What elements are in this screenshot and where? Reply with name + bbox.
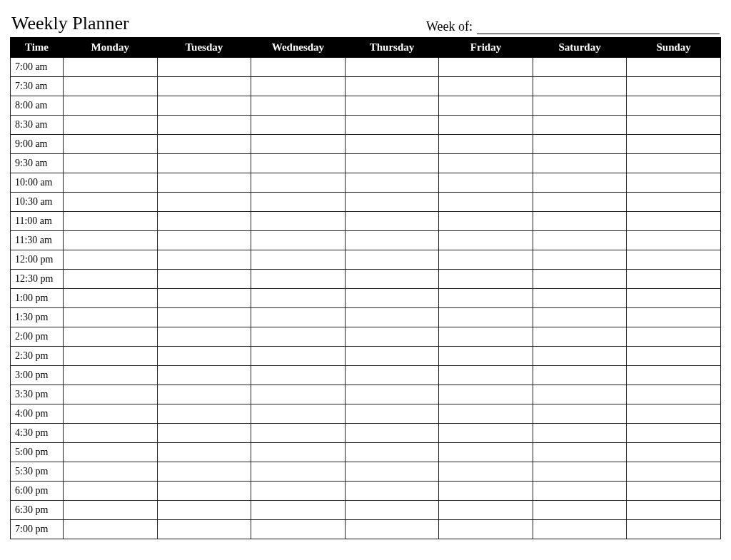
slot-cell[interactable] <box>64 385 158 404</box>
slot-cell[interactable] <box>251 424 346 443</box>
slot-cell[interactable] <box>251 58 346 77</box>
slot-cell[interactable] <box>157 193 251 212</box>
slot-cell[interactable] <box>627 231 721 250</box>
slot-cell[interactable] <box>251 308 346 327</box>
slot-cell[interactable] <box>345 443 439 462</box>
slot-cell[interactable] <box>64 77 158 96</box>
slot-cell[interactable] <box>345 116 439 135</box>
slot-cell[interactable] <box>64 482 158 501</box>
slot-cell[interactable] <box>439 366 533 385</box>
slot-cell[interactable] <box>533 385 627 404</box>
slot-cell[interactable] <box>345 77 439 96</box>
slot-cell[interactable] <box>157 443 251 462</box>
slot-cell[interactable] <box>627 404 721 424</box>
slot-cell[interactable] <box>533 212 627 231</box>
slot-cell[interactable] <box>157 501 251 520</box>
slot-cell[interactable] <box>439 520 533 539</box>
slot-cell[interactable] <box>533 289 627 308</box>
slot-cell[interactable] <box>251 173 346 193</box>
slot-cell[interactable] <box>64 308 158 327</box>
slot-cell[interactable] <box>533 231 627 250</box>
slot-cell[interactable] <box>533 443 627 462</box>
slot-cell[interactable] <box>251 404 346 424</box>
slot-cell[interactable] <box>439 58 533 77</box>
slot-cell[interactable] <box>345 231 439 250</box>
slot-cell[interactable] <box>533 482 627 501</box>
slot-cell[interactable] <box>157 250 251 270</box>
slot-cell[interactable] <box>157 77 251 96</box>
slot-cell[interactable] <box>533 366 627 385</box>
slot-cell[interactable] <box>627 116 721 135</box>
slot-cell[interactable] <box>533 308 627 327</box>
slot-cell[interactable] <box>345 347 439 366</box>
slot-cell[interactable] <box>251 347 346 366</box>
slot-cell[interactable] <box>64 443 158 462</box>
slot-cell[interactable] <box>345 385 439 404</box>
slot-cell[interactable] <box>533 173 627 193</box>
slot-cell[interactable] <box>439 193 533 212</box>
slot-cell[interactable] <box>345 270 439 289</box>
slot-cell[interactable] <box>251 212 346 231</box>
slot-cell[interactable] <box>64 462 158 482</box>
slot-cell[interactable] <box>345 482 439 501</box>
slot-cell[interactable] <box>251 462 346 482</box>
slot-cell[interactable] <box>627 77 721 96</box>
slot-cell[interactable] <box>627 135 721 154</box>
slot-cell[interactable] <box>251 77 346 96</box>
slot-cell[interactable] <box>439 116 533 135</box>
slot-cell[interactable] <box>64 58 158 77</box>
slot-cell[interactable] <box>251 520 346 539</box>
slot-cell[interactable] <box>64 501 158 520</box>
slot-cell[interactable] <box>64 404 158 424</box>
slot-cell[interactable] <box>157 231 251 250</box>
slot-cell[interactable] <box>251 366 346 385</box>
slot-cell[interactable] <box>64 424 158 443</box>
slot-cell[interactable] <box>627 270 721 289</box>
slot-cell[interactable] <box>627 462 721 482</box>
slot-cell[interactable] <box>251 385 346 404</box>
slot-cell[interactable] <box>627 520 721 539</box>
slot-cell[interactable] <box>251 135 346 154</box>
slot-cell[interactable] <box>533 424 627 443</box>
slot-cell[interactable] <box>251 501 346 520</box>
slot-cell[interactable] <box>627 154 721 173</box>
slot-cell[interactable] <box>533 250 627 270</box>
slot-cell[interactable] <box>439 482 533 501</box>
slot-cell[interactable] <box>439 327 533 347</box>
slot-cell[interactable] <box>345 135 439 154</box>
slot-cell[interactable] <box>64 327 158 347</box>
slot-cell[interactable] <box>251 154 346 173</box>
slot-cell[interactable] <box>439 212 533 231</box>
slot-cell[interactable] <box>345 501 439 520</box>
slot-cell[interactable] <box>627 173 721 193</box>
slot-cell[interactable] <box>627 289 721 308</box>
slot-cell[interactable] <box>64 135 158 154</box>
slot-cell[interactable] <box>64 366 158 385</box>
slot-cell[interactable] <box>251 96 346 116</box>
slot-cell[interactable] <box>157 327 251 347</box>
slot-cell[interactable] <box>64 250 158 270</box>
slot-cell[interactable] <box>251 327 346 347</box>
slot-cell[interactable] <box>533 154 627 173</box>
slot-cell[interactable] <box>345 308 439 327</box>
slot-cell[interactable] <box>157 154 251 173</box>
slot-cell[interactable] <box>64 231 158 250</box>
slot-cell[interactable] <box>157 347 251 366</box>
slot-cell[interactable] <box>439 96 533 116</box>
slot-cell[interactable] <box>157 212 251 231</box>
slot-cell[interactable] <box>533 270 627 289</box>
slot-cell[interactable] <box>157 58 251 77</box>
slot-cell[interactable] <box>157 462 251 482</box>
slot-cell[interactable] <box>627 308 721 327</box>
slot-cell[interactable] <box>64 96 158 116</box>
slot-cell[interactable] <box>345 154 439 173</box>
slot-cell[interactable] <box>251 116 346 135</box>
slot-cell[interactable] <box>627 212 721 231</box>
slot-cell[interactable] <box>533 520 627 539</box>
slot-cell[interactable] <box>533 135 627 154</box>
slot-cell[interactable] <box>345 520 439 539</box>
slot-cell[interactable] <box>157 404 251 424</box>
slot-cell[interactable] <box>439 135 533 154</box>
slot-cell[interactable] <box>64 270 158 289</box>
slot-cell[interactable] <box>627 501 721 520</box>
